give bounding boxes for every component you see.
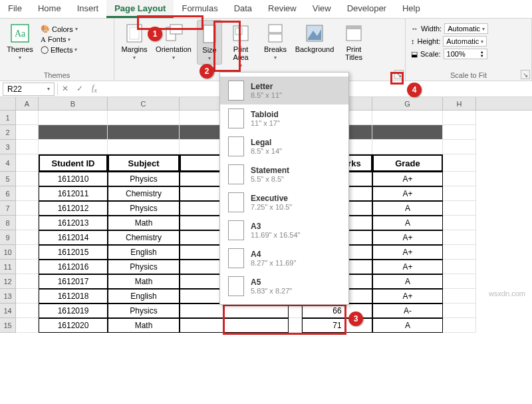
size-item-a4[interactable]: A48.27" x 11.69" [220,244,348,272]
row-header[interactable]: 13 [0,289,16,303]
row-header[interactable]: 8 [0,216,16,230]
page-setup-launcher[interactable]: ↘ [394,70,404,79]
page-icon [228,276,244,296]
ribbon-tabs: File Home Insert Page Layout Formulas Da… [0,0,532,19]
row-header[interactable]: 12 [0,274,16,289]
page-icon [228,248,244,268]
size-button[interactable]: Size▾ [197,20,222,65]
row-header[interactable]: 6 [0,186,16,201]
colors-icon: 🎨 [41,25,50,33]
size-dropdown-menu: Letter8.5" x 11" Tabloid11" x 17" Legal8… [219,72,349,305]
group-label-themes: Themes [4,70,110,81]
table-row: 141612019Physics66A- [0,303,532,318]
width-label: Width: [421,25,442,33]
size-item-executive[interactable]: Executive7.25" x 10.5" [220,188,348,216]
col-header-b[interactable]: B [39,97,108,110]
breaks-button[interactable]: Breaks▾ [259,20,291,63]
width-icon: ↔ [411,25,418,33]
size-item-legal[interactable]: Legal8.5" x 14" [220,132,348,160]
th-subject: Subject [108,154,180,172]
margins-button[interactable]: Margins▾ [118,20,150,63]
size-item-a3[interactable]: A311.69" x 16.54" [220,216,348,244]
row-header[interactable]: 5 [0,172,16,186]
chevron-down-icon: ▾ [208,55,211,61]
fx-icon[interactable]: fx [87,83,102,94]
tab-insert[interactable]: Insert [69,0,107,18]
scale-to-fit-launcher[interactable]: ↘ [521,70,530,79]
print-titles-icon [343,23,364,44]
spinner-icon: ▲▼ [480,50,484,58]
row-header[interactable]: 2 [0,125,16,140]
size-item-statement[interactable]: Statement5.5" x 8.5" [220,160,348,188]
cancel-icon[interactable]: ✕ [58,84,72,94]
tab-data[interactable]: Data [226,0,260,18]
width-select[interactable]: Automatic▾ [444,23,488,34]
row-header[interactable]: 7 [0,201,16,216]
tab-developer[interactable]: Developer [339,0,394,18]
breaks-icon [265,23,286,44]
height-select[interactable]: Automatic▾ [443,36,487,47]
chevron-down-icon: ▾ [274,55,277,61]
callout-3: 3 [348,311,363,326]
chevron-down-icon: ▾ [74,47,77,53]
svg-rect-10 [269,34,282,42]
margins-icon [124,23,145,44]
tab-view[interactable]: View [305,0,339,18]
scale-input[interactable]: 100%▲▼ [444,49,487,59]
row-header[interactable]: 11 [0,260,16,274]
select-all-corner[interactable] [0,97,16,110]
svg-rect-5 [170,25,182,34]
row-header[interactable]: 9 [0,230,16,245]
page-icon [228,192,244,212]
group-scale-to-fit: ↔ Width: Automatic▾ ↕ Height: Automatic▾… [406,19,532,81]
col-header-g[interactable]: G [372,97,443,110]
col-header-h[interactable]: H [443,97,476,110]
chevron-down-icon: ▾ [75,26,78,32]
chevron-down-icon: ▾ [481,39,483,45]
colors-button[interactable]: 🎨Colors▾ [39,24,80,34]
row-header[interactable]: 4 [0,154,16,172]
page-icon [228,164,244,184]
callout-1: 1 [148,27,162,41]
group-themes: Aa Themes ▾ 🎨Colors▾ AFonts▾ ◯Effects▾ T… [0,19,114,81]
orientation-button[interactable]: Orientation▾ [153,20,194,63]
callout-2: 2 [200,64,214,79]
size-icon [199,23,220,45]
row-header[interactable]: 10 [0,245,16,260]
height-label: Height: [418,37,441,45]
row-header[interactable]: 15 [0,318,16,333]
tab-formulas[interactable]: Formulas [174,0,225,18]
scale-label: Scale: [420,50,441,58]
col-header-c[interactable]: C [108,97,180,110]
size-item-letter[interactable]: Letter8.5" x 11" [220,77,348,104]
fonts-button[interactable]: AFonts▾ [39,35,80,44]
svg-text:Aa: Aa [15,29,26,39]
svg-rect-14 [346,26,361,29]
col-header-a[interactable]: A [16,97,39,110]
page-icon [228,108,244,128]
background-button[interactable]: Background [294,20,335,56]
chevron-down-icon: ▾ [239,63,242,69]
svg-rect-9 [269,25,282,33]
chevron-down-icon: ▾ [133,55,136,61]
tab-review[interactable]: Review [260,0,305,18]
row-header[interactable]: 3 [0,140,16,154]
size-item-tabloid[interactable]: Tabloid11" x 17" [220,104,348,132]
effects-icon: ◯ [41,45,49,54]
row-header[interactable]: 14 [0,303,16,318]
page-icon [228,220,244,240]
size-item-a5[interactable]: A55.83" x 8.27" [220,272,348,300]
background-icon [304,23,325,44]
enter-icon[interactable]: ✓ [72,84,87,94]
tab-file[interactable]: File [0,0,30,18]
tab-help[interactable]: Help [394,0,428,18]
tab-home[interactable]: Home [30,0,69,18]
themes-button[interactable]: Aa Themes ▾ [4,20,36,63]
row-header[interactable]: 1 [0,110,16,125]
effects-button[interactable]: ◯Effects▾ [39,45,80,55]
print-area-button[interactable]: Print Area▾ [225,20,257,71]
print-titles-button[interactable]: Print Titles [338,20,370,64]
name-box[interactable]: R22▾ [3,83,55,96]
tab-page-layout[interactable]: Page Layout [106,0,174,18]
page-icon [228,81,244,101]
